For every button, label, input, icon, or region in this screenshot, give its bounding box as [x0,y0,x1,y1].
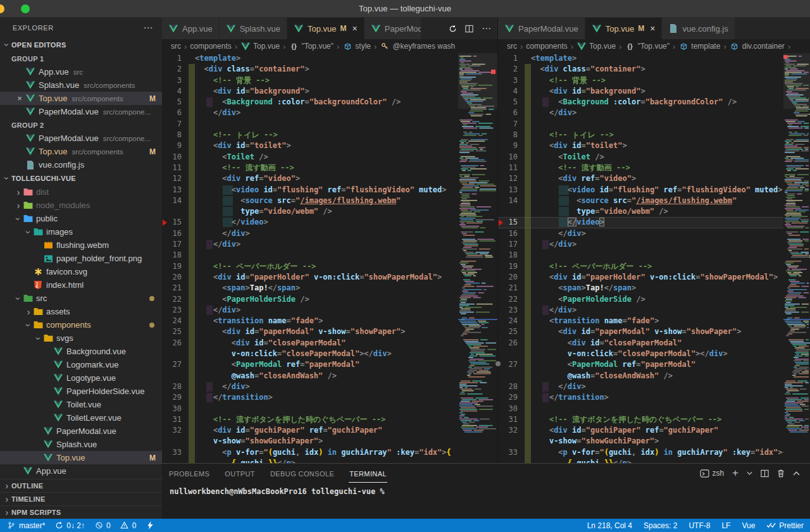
scope-highlight [223,196,233,206]
status-UTF8[interactable]: UTF-8 [688,521,710,530]
status-Vue[interactable]: Vue [742,521,755,530]
vue-logo-icon [294,25,304,33]
breadcrumb-item-components[interactable]: components [190,42,231,51]
code-row: 23 </div> [498,305,783,316]
status-bolt[interactable] [145,521,155,529]
sidebar-section-timeline[interactable]: ›TIMELINE [0,492,162,505]
tree-item-components[interactable]: ›components [0,318,162,331]
tree-item-paper_holder_front.png[interactable]: paper_holder_front.png [0,252,162,265]
tree-item-images[interactable]: ›images [0,225,162,238]
terminal-prompt[interactable]: nullworkbench@nWbsMacBookPro16 tolleguch… [168,483,810,496]
close-icon[interactable]: × [352,23,358,34]
explorer-more-button[interactable]: ⋯ [143,22,153,34]
tab-Splash.vue[interactable]: Splash.vue [220,18,287,39]
open-editors-header[interactable]: › OPEN EDITORS [0,38,162,52]
maximize-panel-icon[interactable] [793,471,800,476]
sync-icon[interactable] [449,25,457,33]
minimize-button[interactable] [0,4,4,13]
sash-handle[interactable] [495,361,501,366]
tab-Top.vue[interactable]: Top.vueM× [287,18,364,39]
minimap[interactable] [783,53,810,463]
more-actions-icon[interactable]: ⋯ [482,23,491,34]
tab-Top.vue[interactable]: Top.vueM× [585,18,663,39]
status-master[interactable]: master* [6,521,45,530]
sidebar-section-npm-scripts[interactable]: ›NPM SCRIPTS [0,505,162,519]
tree-item-svgs[interactable]: ›svgs [0,331,162,345]
tree-item-dist[interactable]: ›dist [0,185,162,199]
breadcrumb-item-template[interactable]: template [678,42,720,51]
tree-item-PaperHolderSide.vue[interactable]: PaperHolderSide.vue [0,385,162,398]
breadcrumb-item-src[interactable]: src [507,42,517,51]
tree-item-ToiletLever.vue[interactable]: ToiletLever.vue [0,411,162,424]
status-Ln218Col4[interactable]: Ln 218, Col 4 [587,521,632,530]
terminal-dropdown-icon[interactable] [747,471,752,475]
breadcrumb-item-src[interactable]: src [171,42,181,51]
open-editor-item-PaperModal.vue[interactable]: PaperModal.vuesrc/compone... [0,105,162,118]
code-row: 19 <!-- ペーパーホルダー --> [162,261,458,272]
tree-item-Top.vue[interactable]: Top.vueM [0,451,162,464]
minimap[interactable] [458,53,497,463]
code-lines[interactable]: 1<template>2 <div class="container">3 <!… [162,53,458,463]
tab-PaperModal.vue[interactable]: PaperModal.vue [364,18,421,39]
split-editor-icon[interactable] [465,25,473,33]
git-gutter [525,404,531,414]
breadcrumb-item-Top.vue[interactable]: Top.vue [240,42,280,51]
workspace-root-header[interactable]: › TOLLEGUCHI-VUE [0,171,162,185]
tree-item-public[interactable]: ›public [0,212,162,225]
git-gutter [525,436,531,447]
tree-item-flushing.webm[interactable]: flushing.webm [0,238,162,252]
panel-tab-debug-console[interactable]: DEBUG CONSOLE [270,464,335,482]
code-text: <div ref="video"> [531,173,636,184]
tree-item-node_modules[interactable]: ›node_modules [0,199,162,212]
panel-tab-terminal[interactable]: TERMINAL [349,464,387,483]
open-editor-item-Top.vue[interactable]: ×Top.vuesrc/componentsM [0,92,162,105]
breadcrumb-item-components[interactable]: components [526,42,567,51]
terminal-shell-picker[interactable]: zsh [699,469,724,478]
tree-item-index.html[interactable]: index.html [0,278,162,292]
tab-PaperModal.vue[interactable]: PaperModal.vue [498,18,585,39]
close-icon[interactable]: × [14,94,25,103]
tree-item-PaperModal.vue[interactable]: PaperModal.vue [0,424,162,438]
tab-App.vue[interactable]: App.vue [162,18,220,39]
breadcrumb-item-@keyframeswash[interactable]: @keyframes wash [380,42,455,51]
breadcrumb-item-style[interactable]: style [342,42,371,51]
close-icon[interactable]: × [650,23,655,34]
open-editor-item-vue.config.js[interactable]: vue.config.js [0,158,162,171]
tree-item-assets[interactable]: ›assets [0,305,162,318]
file-name: vue.config.js [39,160,84,170]
tree-item-Logotype.vue[interactable]: Logotype.vue [0,371,162,385]
breadcrumb-item-Top.vue[interactable]: {}"Top.vue" [625,42,670,51]
maximize-button[interactable] [21,4,30,13]
open-editor-item-PaperModal.vue[interactable]: PaperModal.vuesrc/compone... [0,132,162,145]
tree-item-src[interactable]: ›src [0,292,162,305]
sidebar-section-outline[interactable]: ›OUTLINE [0,479,162,492]
open-editor-item-App.vue[interactable]: App.vuesrc [0,65,162,78]
tab-vue.config.js[interactable]: vue.config.js [662,18,735,39]
tree-item-Logomark.vue[interactable]: Logomark.vue [0,358,162,371]
panel-tab-output[interactable]: OUTPUT [224,464,256,482]
tree-item-Splash.vue[interactable]: Splash.vue [0,438,162,451]
status-0[interactable]: 0 [94,521,111,530]
split-terminal-icon[interactable] [761,469,769,478]
open-editor-item-Splash.vue[interactable]: Splash.vuesrc/components [0,78,162,92]
tree-item-Background.vue[interactable]: Background.vue [0,345,162,358]
tree-item-App.vue[interactable]: App.vue [0,464,162,478]
status-LF[interactable]: LF [721,521,730,530]
status-Prettier[interactable]: Prettier [766,521,804,530]
new-terminal-button[interactable]: + [732,467,738,479]
line-number: 16 [498,228,525,239]
file-name: PaperModal.vue [56,426,116,436]
breadcrumb-item-Top.vue[interactable]: {}"Top.vue" [289,42,333,51]
open-editor-item-Top.vue[interactable]: Top.vuesrc/componentsM [0,145,162,158]
tree-item-Toilet.vue[interactable]: Toilet.vue [0,398,162,411]
status-Spaces2[interactable]: Spaces: 2 [644,521,677,530]
line-number: 12 [162,173,189,184]
breadcrumb-item-div.container[interactable]: div.container [730,42,785,51]
status-02[interactable]: 0↓ 2↑ [54,521,85,530]
kill-terminal-icon[interactable] [777,469,785,478]
status-0[interactable]: 0 [120,521,137,530]
tree-item-favicon.svg[interactable]: favicon.svg [0,265,162,278]
panel-tab-problems[interactable]: PROBLEMS [168,464,210,482]
breadcrumb-item-Top.vue[interactable]: Top.vue [576,42,616,51]
code-lines[interactable]: 1<template>2 <div class="container">3 <!… [498,53,783,463]
